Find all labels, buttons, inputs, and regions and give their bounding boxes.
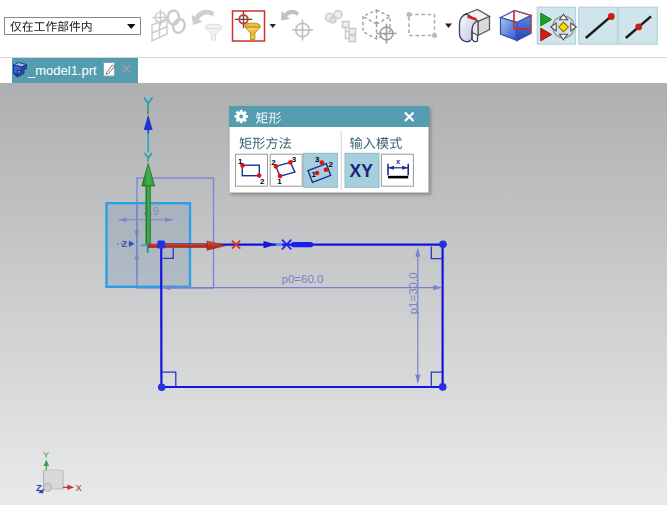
svg-text:p0=60.0: p0=60.0 — [282, 273, 324, 285]
svg-text:XY: XY — [349, 161, 373, 181]
svg-text:p1=30.0: p1=30.0 — [407, 272, 419, 314]
svg-text:2: 2 — [260, 176, 265, 185]
svg-text:X: X — [76, 482, 83, 493]
svg-text:Y: Y — [43, 450, 49, 460]
svg-text:1: 1 — [311, 170, 316, 179]
svg-text:1: 1 — [277, 177, 282, 186]
svg-text:2: 2 — [328, 159, 333, 168]
svg-text:_model1.prt: _model1.prt — [27, 63, 97, 78]
svg-text:1: 1 — [238, 157, 243, 166]
svg-text:3: 3 — [315, 154, 320, 163]
svg-text:3: 3 — [291, 154, 296, 163]
svg-text:2: 2 — [271, 158, 276, 167]
